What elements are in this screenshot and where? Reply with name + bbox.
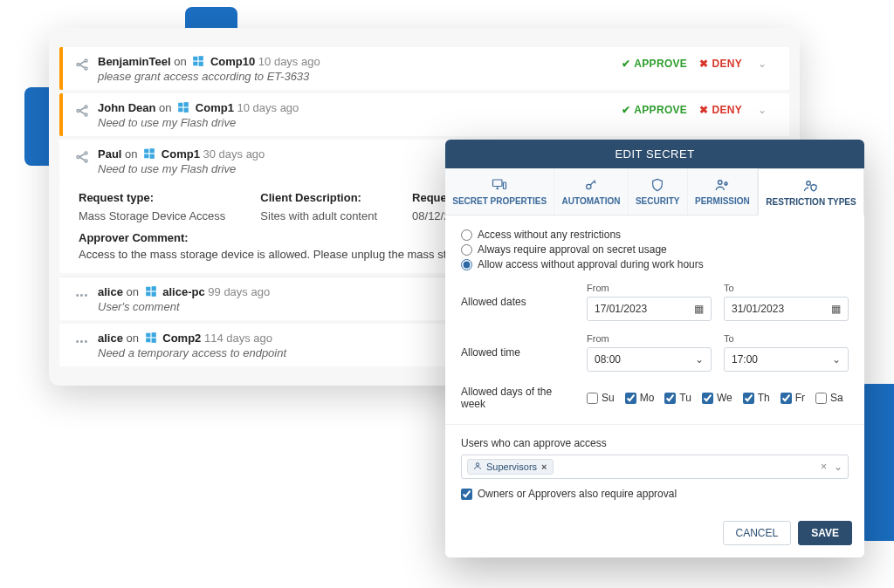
svg-point-15 bbox=[85, 152, 87, 154]
svg-rect-28 bbox=[151, 338, 155, 343]
request-row[interactable]: John Dean on Comp1 10 days ago Need to u… bbox=[59, 93, 789, 136]
day-mo[interactable]: Mo bbox=[625, 392, 655, 404]
password-icon: ••• bbox=[72, 284, 93, 305]
approvers-label: Users who can approve access bbox=[461, 437, 849, 449]
allowed-time-label: Allowed time bbox=[461, 346, 574, 359]
tab-secret-properties[interactable]: SECRET PROPERTIES bbox=[445, 168, 554, 215]
approve-button[interactable]: ✔ APPROVE bbox=[622, 58, 687, 70]
date-from-input[interactable]: 17/01/2023 ▦ bbox=[587, 297, 712, 321]
svg-rect-26 bbox=[151, 332, 155, 337]
user-gear-icon bbox=[714, 177, 730, 193]
key-icon bbox=[584, 177, 598, 193]
svg-point-0 bbox=[77, 64, 79, 66]
approve-button[interactable]: ✔ APPROVE bbox=[622, 104, 687, 116]
svg-point-14 bbox=[77, 156, 79, 159]
tab-permission[interactable]: PERMISSION bbox=[688, 168, 758, 215]
svg-rect-3 bbox=[193, 57, 197, 61]
request-icon bbox=[72, 54, 93, 75]
day-th[interactable]: Th bbox=[743, 392, 770, 404]
divider bbox=[445, 424, 864, 425]
client-desc-value: Sites with adult content bbox=[260, 209, 377, 222]
chevron-down-icon[interactable]: ⌄ bbox=[754, 102, 770, 118]
to-label: To bbox=[724, 283, 849, 293]
svg-point-16 bbox=[85, 160, 87, 162]
svg-point-34 bbox=[807, 181, 811, 186]
modal-tabs: SECRET PROPERTIES AUTOMATION SECURITY PE… bbox=[445, 168, 864, 215]
owners-require-approval[interactable]: Owners or Approvers also require approva… bbox=[461, 488, 849, 500]
day-we[interactable]: We bbox=[702, 392, 732, 404]
shield-icon bbox=[650, 177, 664, 193]
user-icon bbox=[473, 462, 482, 472]
save-button[interactable]: SAVE bbox=[798, 521, 852, 545]
svg-rect-24 bbox=[151, 292, 155, 297]
check-icon: ✔ bbox=[622, 58, 630, 70]
radio-work-hours[interactable]: Allow access without approval during wor… bbox=[461, 258, 849, 270]
svg-point-35 bbox=[476, 463, 478, 466]
time-to-select[interactable]: 17:00 ⌄ bbox=[724, 347, 849, 372]
svg-rect-10 bbox=[178, 103, 182, 107]
request-comment: please grant access according to ET-3633 bbox=[98, 70, 613, 83]
check-icon: ✔ bbox=[622, 104, 630, 116]
deny-button[interactable]: ✖ DENY bbox=[699, 58, 742, 70]
day-fr[interactable]: Fr bbox=[781, 392, 805, 404]
svg-rect-12 bbox=[178, 108, 182, 113]
request-type-value: Mass Storage Device Access bbox=[79, 209, 225, 222]
request-type-label: Request type: bbox=[79, 191, 225, 204]
clear-icon[interactable]: × bbox=[821, 461, 827, 473]
radio-always-require[interactable]: Always require approval on secret usage bbox=[461, 243, 849, 256]
days-group: Su Mo Tu We Th Fr Sa bbox=[587, 392, 849, 404]
user-shield-icon bbox=[803, 178, 819, 194]
day-tu[interactable]: Tu bbox=[664, 392, 691, 404]
chevron-down-icon[interactable]: ⌄ bbox=[834, 461, 842, 473]
windows-icon bbox=[191, 54, 205, 68]
svg-rect-17 bbox=[144, 149, 148, 154]
chevron-down-icon: ⌄ bbox=[832, 353, 841, 366]
calendar-icon: ▦ bbox=[831, 303, 841, 315]
modal-title: EDIT SECRET bbox=[445, 140, 864, 168]
x-icon: ✖ bbox=[699, 104, 708, 116]
svg-point-33 bbox=[725, 182, 727, 185]
svg-rect-23 bbox=[146, 292, 150, 297]
approvers-input[interactable]: Supervisors × × ⌄ bbox=[461, 455, 849, 479]
svg-point-2 bbox=[85, 67, 87, 70]
from-label: From bbox=[587, 333, 712, 344]
request-row[interactable]: BenjaminTeel on Comp10 10 days ago pleas… bbox=[59, 47, 789, 90]
request-icon bbox=[72, 100, 93, 121]
calendar-icon: ▦ bbox=[694, 303, 704, 315]
accent-decor-right bbox=[859, 384, 894, 541]
svg-rect-11 bbox=[184, 102, 189, 106]
day-su[interactable]: Su bbox=[587, 392, 615, 404]
svg-rect-13 bbox=[184, 108, 189, 113]
radio-no-restrictions[interactable]: Access without any restrictions bbox=[461, 229, 849, 241]
approver-tag[interactable]: Supervisors × bbox=[467, 459, 554, 475]
monitor-icon bbox=[492, 177, 507, 193]
date-to-input[interactable]: 31/01/2023 ▦ bbox=[724, 297, 849, 321]
svg-rect-6 bbox=[199, 62, 203, 66]
svg-rect-18 bbox=[150, 148, 155, 153]
svg-rect-5 bbox=[193, 62, 197, 66]
x-icon: ✖ bbox=[699, 58, 708, 70]
time-from-select[interactable]: 08:00 ⌄ bbox=[587, 347, 712, 372]
svg-point-8 bbox=[85, 106, 87, 108]
svg-point-7 bbox=[77, 110, 79, 113]
deny-button[interactable]: ✖ DENY bbox=[699, 104, 742, 116]
windows-icon bbox=[144, 331, 158, 345]
windows-icon bbox=[142, 147, 156, 161]
remove-tag-icon[interactable]: × bbox=[541, 462, 547, 472]
svg-point-32 bbox=[719, 181, 723, 185]
svg-rect-27 bbox=[146, 338, 150, 343]
edit-secret-modal: EDIT SECRET SECRET PROPERTIES AUTOMATION… bbox=[445, 140, 864, 557]
svg-rect-21 bbox=[146, 287, 150, 291]
chevron-down-icon[interactable]: ⌄ bbox=[754, 56, 770, 72]
svg-point-9 bbox=[85, 113, 87, 116]
tab-security[interactable]: SECURITY bbox=[629, 168, 688, 215]
approver-comment-value: Access to the mass storage device is all… bbox=[79, 248, 499, 261]
svg-rect-25 bbox=[146, 333, 150, 338]
day-sa[interactable]: Sa bbox=[815, 392, 843, 404]
windows-icon bbox=[176, 100, 190, 114]
tab-automation[interactable]: AUTOMATION bbox=[554, 168, 628, 215]
windows-icon bbox=[144, 284, 158, 298]
tab-restriction-types[interactable]: RESTRICTION TYPES bbox=[758, 168, 864, 215]
svg-point-1 bbox=[85, 59, 87, 62]
cancel-button[interactable]: CANCEL bbox=[723, 521, 792, 545]
